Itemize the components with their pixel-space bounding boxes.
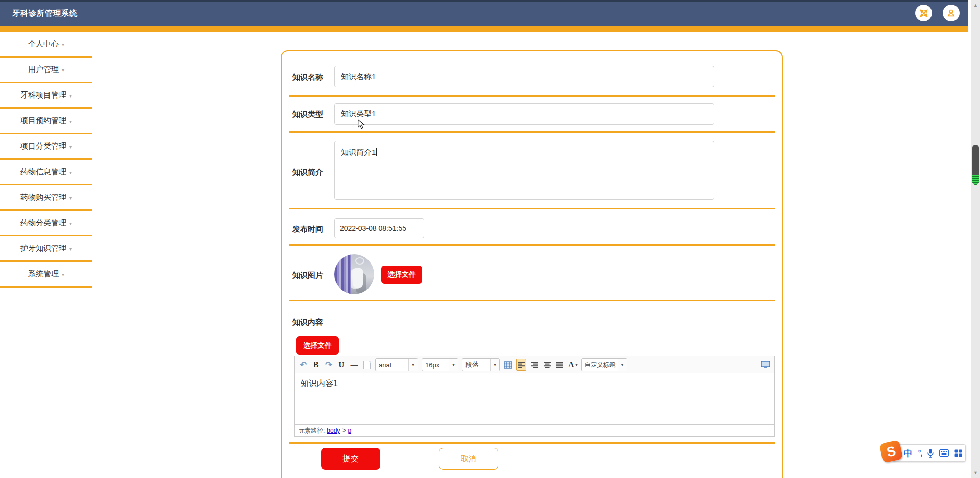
chinese-mode-icon[interactable]: 中 — [904, 447, 913, 459]
knowledge-intro-label: 知识简介 — [292, 168, 323, 177]
publish-time-input[interactable] — [334, 218, 424, 238]
align-center-icon — [544, 362, 551, 368]
knowledge-type-label: 知识类型 — [292, 110, 323, 119]
sidebar-item-drug-category[interactable]: 药物分类管理 ▾ — [0, 211, 92, 236]
sidebar-item-label: 牙科项目管理 — [20, 90, 66, 100]
chevron-down-icon: ▾ — [69, 195, 72, 201]
paragraph-format-value: 段落 — [462, 358, 490, 371]
font-family-select[interactable]: arial ▾ — [375, 358, 418, 371]
editor-content-area[interactable]: 知识内容1 — [295, 373, 774, 424]
publish-time-label: 发布时间 — [292, 225, 323, 234]
scrollbar-thumb-stripes — [972, 175, 979, 185]
editor-status-bar: 元素路径: body > p — [295, 424, 774, 436]
image-lamp-decor — [355, 257, 364, 265]
sidebar-item-label: 项目分类管理 — [20, 141, 66, 151]
redo-button[interactable]: ↷ — [324, 359, 333, 370]
align-center-button[interactable] — [543, 359, 552, 370]
custom-title-select[interactable]: 自定义标题 ▾ — [581, 358, 627, 371]
sidebar-item-personal-center[interactable]: 个人中心 ▾ — [0, 32, 92, 58]
knowledge-type-input[interactable] — [334, 103, 714, 125]
scroll-up-arrow-icon[interactable]: ▲ — [971, 3, 980, 8]
table-icon — [504, 361, 512, 369]
toolbox-icon[interactable] — [954, 449, 962, 457]
element-path-separator: > — [342, 427, 346, 434]
element-path-label: 元素路径: — [299, 426, 325, 435]
monitor-icon — [761, 361, 770, 369]
ime-toolbar: 中 °, — [881, 440, 973, 466]
chevron-down-icon: ▾ — [69, 170, 72, 175]
row-divider — [289, 131, 775, 133]
bold-button[interactable]: B — [311, 359, 321, 370]
user-button[interactable] — [943, 5, 960, 21]
font-size-select[interactable]: 16px ▾ — [422, 358, 458, 371]
chevron-down-icon: ▾ — [449, 358, 458, 371]
align-justify-button[interactable] — [555, 359, 565, 370]
punctuation-icon[interactable]: °, — [918, 449, 922, 457]
knowledge-edit-form-panel: 知识名称 知识类型 知识简介 知识简介1 发布时间 知识图片 选择文件 知识内容… — [281, 50, 783, 478]
paragraph-format-select[interactable]: 段落 ▾ — [462, 358, 500, 371]
cancel-button[interactable]: 取消 — [439, 448, 498, 470]
chevron-down-icon: ▾ — [69, 246, 72, 252]
knowledge-content-label: 知识内容 — [292, 318, 323, 327]
chevron-down-icon: ▾ — [69, 118, 72, 124]
sidebar-item-project-appointment[interactable]: 项目预约管理 ▾ — [0, 109, 92, 134]
sidebar: 个人中心 ▾ 用户管理 ▾ 牙科项目管理 ▾ 项目预约管理 ▾ 项目分类管理 ▾… — [0, 32, 92, 288]
knowledge-intro-textarea[interactable]: 知识简介1 — [334, 141, 714, 200]
align-left-icon — [518, 362, 525, 368]
sidebar-item-dental-knowledge[interactable]: 护牙知识管理 ▾ — [0, 236, 92, 262]
editor-toolbar: ↶ B ↷ U — arial ▾ 16px ▾ 段落 ▾ — [295, 356, 774, 373]
choose-image-file-button[interactable]: 选择文件 — [381, 266, 422, 284]
new-document-button[interactable] — [362, 359, 372, 370]
align-left-button[interactable] — [516, 358, 526, 371]
sidebar-item-project-category[interactable]: 项目分类管理 ▾ — [0, 134, 92, 160]
sidebar-item-label: 个人中心 — [28, 39, 59, 49]
horizontal-rule-button[interactable]: — — [350, 359, 359, 370]
sidebar-item-system-management[interactable]: 系统管理 ▾ — [0, 262, 92, 288]
font-family-value: arial — [376, 358, 408, 371]
scrollbar-track[interactable] — [971, 0, 980, 478]
row-divider — [289, 208, 775, 209]
insert-table-button[interactable] — [503, 359, 512, 370]
sidebar-item-label: 系统管理 — [28, 269, 59, 279]
row-divider — [289, 442, 775, 444]
underline-button[interactable]: U — [337, 359, 346, 370]
knowledge-image-label: 知识图片 — [292, 271, 323, 280]
chevron-down-icon: ▾ — [62, 272, 64, 277]
sidebar-item-dental-project[interactable]: 牙科项目管理 ▾ — [0, 83, 92, 109]
knowledge-intro-text: 知识简介1 — [341, 148, 376, 156]
chevron-down-icon: ▾ — [618, 358, 627, 371]
scrollbar-thumb[interactable] — [972, 145, 979, 185]
chevron-down-icon: ▾ — [576, 363, 578, 367]
page-scrollbar: ▲ ▼ — [968, 0, 980, 478]
microphone-icon[interactable] — [927, 449, 934, 458]
submit-button[interactable]: 提交 — [321, 448, 380, 470]
sidebar-item-label: 药物分类管理 — [20, 218, 66, 228]
font-color-button[interactable]: A ▾ — [568, 359, 578, 370]
fullscreen-editor-button[interactable] — [761, 359, 770, 370]
element-path-body-link[interactable]: body — [327, 427, 340, 434]
knowledge-name-input[interactable] — [334, 66, 714, 87]
align-right-button[interactable] — [530, 359, 539, 370]
soft-keyboard-icon[interactable] — [939, 449, 949, 457]
sidebar-item-label: 项目预约管理 — [20, 116, 66, 126]
user-icon — [946, 8, 956, 18]
choose-content-file-button[interactable]: 选择文件 — [296, 336, 339, 355]
sidebar-item-drug-info[interactable]: 药物信息管理 ▾ — [0, 160, 92, 185]
element-path-p-link[interactable]: p — [348, 427, 351, 434]
chevron-down-icon: ▾ — [62, 42, 64, 47]
app-title: 牙科诊所管理系统 — [12, 9, 78, 18]
sidebar-item-label: 护牙知识管理 — [20, 244, 66, 253]
sidebar-item-label: 用户管理 — [28, 65, 59, 75]
ime-bar: 中 °, — [892, 444, 966, 462]
undo-button[interactable]: ↶ — [299, 359, 308, 370]
chevron-down-icon: ▾ — [62, 67, 64, 73]
scroll-down-arrow-icon[interactable]: ▼ — [971, 470, 980, 475]
sidebar-item-drug-purchase[interactable]: 药物购买管理 ▾ — [0, 185, 92, 211]
sidebar-item-user-management[interactable]: 用户管理 ▾ — [0, 58, 92, 83]
align-justify-icon — [556, 362, 564, 368]
text-caret — [376, 148, 377, 156]
knowledge-image-preview — [334, 254, 374, 294]
fullscreen-button[interactable] — [915, 5, 932, 21]
page-icon — [363, 361, 371, 369]
knowledge-name-label: 知识名称 — [292, 73, 323, 82]
